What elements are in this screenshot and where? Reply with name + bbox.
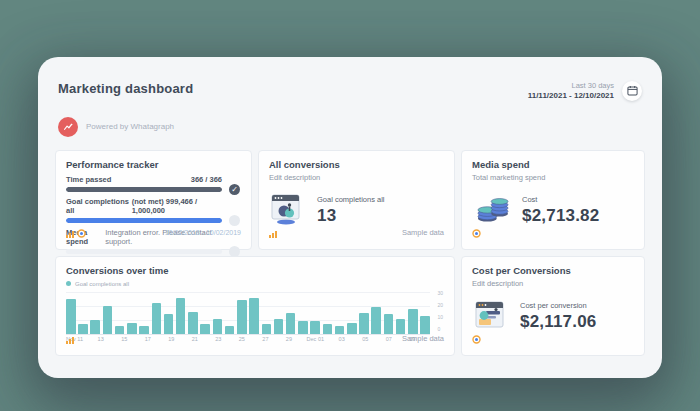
bar-chart: 3020100 [66, 292, 430, 334]
tracker-date-range: 10/02/2018 - 10/02/2019 [165, 229, 241, 236]
goal-ring-icon [77, 224, 86, 242]
progress-label: Time passed [66, 175, 111, 184]
y-tick-label: 20 [437, 302, 443, 308]
panel-title: Conversions over time [66, 265, 444, 276]
powered-by-label: Powered by Whatagraph [86, 122, 174, 131]
bar-chart-icon [269, 224, 277, 242]
legend-label: Goal completions all [75, 281, 129, 287]
dashboard-card: Marketing dashboard Last 30 days 11/11/2… [38, 57, 662, 378]
metric-label: Goal completions all [317, 195, 385, 204]
progress-row-time-passed: Time passed 366 / 366 ✓ [66, 175, 241, 192]
panel-conversions-over-time: Conversions over time Goal completions a… [55, 256, 455, 356]
legend-dot-icon [66, 281, 71, 286]
goal-ring-icon [472, 224, 481, 242]
panel-title: All conversions [269, 159, 444, 170]
page-title: Marketing dashboard [58, 81, 193, 96]
panel-title: Cost per Conversions [472, 265, 634, 276]
panel-all-conversions: All conversions Edit description [258, 150, 455, 250]
calendar-icon [627, 82, 638, 100]
y-tick-label: 10 [437, 314, 443, 320]
calendar-button[interactable] [622, 81, 642, 101]
panel-title: Performance tracker [66, 159, 241, 170]
check-icon: ✓ [229, 184, 240, 195]
bar-series [66, 292, 430, 335]
sample-data-note: Sample data [402, 228, 444, 237]
progress-value: 366 / 366 [191, 175, 222, 184]
bar [249, 298, 259, 334]
bar-chart-icon [66, 224, 74, 242]
header: Marketing dashboard Last 30 days 11/11/2… [55, 81, 645, 102]
y-axis: 3020100 [437, 290, 443, 332]
metric-label: Cost [522, 195, 599, 204]
chart-legend[interactable]: Goal completions all [66, 281, 444, 287]
goal-ring-icon [472, 330, 481, 348]
sample-data-note: Sample data [402, 334, 444, 343]
edit-description-link[interactable]: Edit description [472, 279, 634, 288]
panel-performance-tracker: Performance tracker Time passed 366 / 36… [55, 150, 252, 250]
edit-description-link[interactable]: Edit description [269, 173, 444, 182]
bar [176, 298, 186, 334]
date-range-dates: 11/11/2021 - 12/10/2021 [528, 91, 614, 102]
progress-track [66, 249, 222, 254]
bar-chart-icon [66, 330, 74, 348]
metric-label: Cost per conversion [520, 301, 597, 310]
progress-fill [66, 187, 222, 192]
widget-grid: Performance tracker Time passed 366 / 36… [55, 150, 645, 356]
panel-cost-per-conversions: Cost per Conversions Edit description [461, 256, 645, 356]
date-range-display[interactable]: Last 30 days 11/11/2021 - 12/10/2021 [528, 81, 614, 102]
progress-value: (not met) 999,466 / 1,000,000 [132, 197, 222, 215]
whatagraph-logo-icon [58, 117, 78, 137]
progress-row-goal-completions: Goal completions all (not met) 999,466 /… [66, 197, 241, 223]
y-tick-label: 30 [437, 290, 443, 296]
bar [237, 300, 247, 334]
powered-by: Powered by Whatagraph [55, 117, 645, 137]
progress-label: Goal completions all [66, 197, 132, 215]
panel-title: Media spend [472, 159, 634, 170]
progress-fill [66, 218, 222, 223]
date-range-label: Last 30 days [528, 81, 614, 91]
panel-media-spend: Media spend Total marketing spend [461, 150, 645, 250]
panel-subtitle: Total marketing spend [472, 173, 634, 182]
bar [66, 299, 76, 334]
progress-track [66, 187, 222, 192]
progress-track [66, 218, 222, 223]
